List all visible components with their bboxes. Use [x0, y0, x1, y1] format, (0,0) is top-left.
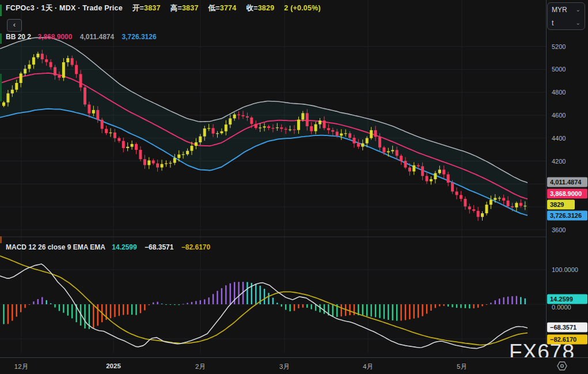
- open-value: 3837: [144, 4, 161, 12]
- bb-middle-value: 3,868.9000: [37, 33, 72, 41]
- trading-app: FCPOc3 · 1天 · MDX · Trade Price 开=3837 高…: [0, 0, 588, 374]
- price-axis-border: [546, 0, 547, 374]
- axis-label: 5200: [552, 43, 566, 50]
- time-axis-label: 12月: [14, 362, 28, 371]
- time-axis-label: 4月: [363, 362, 373, 371]
- change-value: 2 (+0.05%): [284, 4, 321, 12]
- close-label: 收=: [246, 4, 257, 12]
- chart-canvas[interactable]: [0, 0, 546, 374]
- macd-legend[interactable]: MACD 12 26 close 9 EMA EMA 14.2599 −68.3…: [6, 243, 216, 251]
- price-tag: −82.6170: [547, 334, 587, 344]
- axis-label: 5000: [552, 66, 566, 73]
- left-edge-fragment: [0, 74, 2, 101]
- axis-label: 4600: [552, 112, 566, 119]
- symbol-title: FCPOc3 · 1天 · MDX · Trade Price: [6, 4, 123, 12]
- chevron-left-icon: ‹: [13, 20, 16, 29]
- time-axis[interactable]: 12月20252月3月4月5月: [0, 357, 588, 374]
- macd-hist-value: 14.2599: [112, 243, 136, 251]
- price-tag: 3,726.3126: [547, 211, 587, 221]
- symbol-header[interactable]: FCPOc3 · 1天 · MDX · Trade Price 开=3837 高…: [6, 3, 321, 13]
- chevron-down-icon: ⌄: [576, 6, 581, 13]
- price-tag: 3,868.9000: [547, 189, 587, 199]
- time-axis-label: 2025: [106, 362, 121, 369]
- axis-label: 3600: [552, 226, 566, 233]
- bb-upper-value: 4,011.4874: [80, 33, 114, 41]
- axis-label: 0.0000: [552, 304, 571, 311]
- bb-legend-title: BB 20 2: [6, 33, 31, 41]
- left-edge-fragment: [0, 5, 2, 16]
- back-button[interactable]: ‹: [7, 19, 22, 32]
- low-label: 低=: [208, 4, 220, 12]
- unit-value: t: [552, 19, 553, 27]
- axis-label: 100.0000: [552, 266, 578, 273]
- unit-select[interactable]: t ⌄: [548, 16, 585, 29]
- macd-signal-value: −82.6170: [181, 243, 210, 251]
- currency-value: MYR: [552, 6, 567, 14]
- open-label: 开=: [132, 4, 144, 12]
- bb-lower-value: 3,726.3126: [122, 33, 157, 41]
- macd-line-value: −68.3571: [145, 243, 173, 251]
- price-tag: 3829: [547, 199, 575, 209]
- currency-unit-selector: MYR ⌄ t ⌄: [547, 2, 585, 30]
- high-label: 高=: [170, 4, 182, 12]
- close-value: 3829: [258, 4, 275, 12]
- axis-label: 4800: [552, 89, 566, 96]
- time-axis-label: 3月: [279, 362, 290, 371]
- currency-select[interactable]: MYR ⌄: [548, 3, 585, 16]
- high-value: 3837: [182, 4, 199, 12]
- price-tag: 14.2599: [547, 294, 587, 304]
- macd-legend-title: MACD 12 26 close 9 EMA EMA: [6, 243, 105, 251]
- left-edge-fragment: [0, 33, 2, 44]
- price-tag: 4,011.4874: [547, 177, 587, 187]
- left-edge-fragment: [0, 236, 2, 243]
- price-tag: −68.3571: [547, 323, 587, 333]
- chevron-down-icon: ⌄: [576, 20, 581, 26]
- low-value: 3774: [220, 4, 237, 12]
- time-axis-label: 2月: [195, 362, 206, 371]
- axis-label: 4400: [552, 135, 566, 142]
- axis-settings-icon[interactable]: [556, 361, 568, 371]
- axis-label: 4200: [552, 158, 566, 165]
- bb-legend[interactable]: BB 20 2 3,868.9000 4,011.4874 3,726.3126: [6, 33, 162, 41]
- time-axis-label: 5月: [457, 362, 467, 371]
